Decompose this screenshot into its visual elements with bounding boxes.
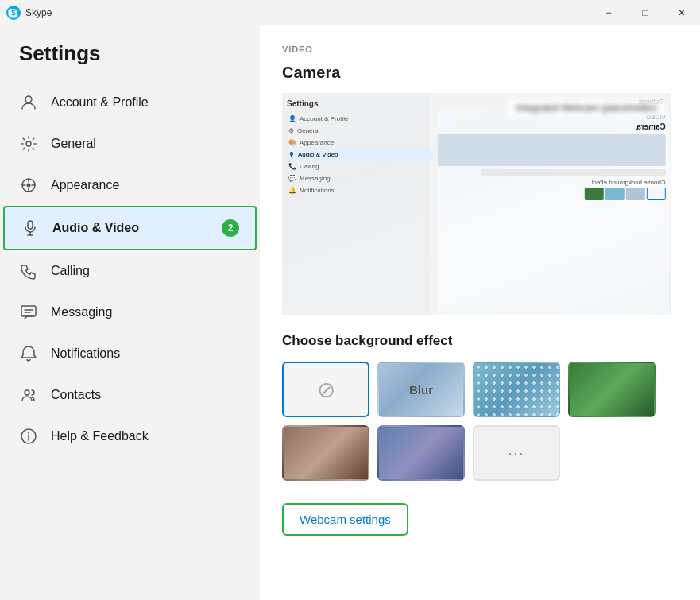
info-icon <box>19 427 38 446</box>
sidebar-item-label-notifications: Notifications <box>51 346 120 361</box>
chat-icon <box>19 303 38 322</box>
sidebar-item-help[interactable]: Help & Feedback <box>0 416 260 457</box>
effect-none[interactable]: ⊘ <box>282 362 369 417</box>
blur-label: Blur <box>409 383 433 397</box>
camera-title: Camera <box>282 64 678 82</box>
none-icon: ⊘ <box>317 377 335 403</box>
titlebar-title: Skype <box>25 7 52 18</box>
titlebar: Skype − □ ✕ <box>0 0 700 25</box>
effect-green[interactable] <box>568 362 656 417</box>
sidebar-item-label-help: Help & Feedback <box>51 429 149 443</box>
effect-pattern[interactable] <box>473 362 560 417</box>
effects-grid: ⊘ Blur ··· <box>282 362 678 481</box>
maximize-button[interactable]: □ <box>627 0 663 25</box>
camera-preview: Settings VIDEO Camera Choose background … <box>282 93 671 315</box>
effect-room1[interactable] <box>282 425 369 481</box>
svg-point-4 <box>27 184 31 188</box>
sidebar-item-general[interactable]: General <box>0 123 260 165</box>
person-icon <box>19 93 38 112</box>
mic-icon <box>21 219 40 238</box>
webcam-settings-button[interactable]: Webcam settings <box>282 503 408 536</box>
minimize-button[interactable]: − <box>590 0 627 25</box>
section-label: VIDEO <box>282 45 678 54</box>
sidebar-item-messaging[interactable]: Messaging <box>0 292 260 333</box>
sidebar-item-label-audio-video: Audio & Video <box>52 221 139 235</box>
sidebar-item-label-calling: Calling <box>51 264 90 278</box>
appearance-icon <box>19 176 38 195</box>
titlebar-controls: − □ ✕ <box>590 0 700 25</box>
contacts-icon <box>19 385 38 405</box>
sidebar-item-label-general: General <box>51 137 96 151</box>
active-badge: 2 <box>222 219 239 237</box>
close-button[interactable]: ✕ <box>663 0 700 25</box>
skype-logo-icon <box>6 6 21 20</box>
sidebar-item-appearance[interactable]: Appearance <box>0 165 260 206</box>
svg-point-11 <box>25 390 29 395</box>
sidebar-title: Settings <box>0 41 260 82</box>
camera-device-name: Integrated Webcam (placeholder) <box>508 99 665 117</box>
sidebar-item-calling[interactable]: Calling <box>0 250 260 292</box>
sidebar-item-audio-video[interactable]: Audio & Video 2 <box>3 206 257 250</box>
titlebar-left: Skype <box>6 6 52 20</box>
effect-room2[interactable] <box>377 425 465 481</box>
content-area: VIDEO Camera Settings VIDEO Camera Choos… <box>260 25 700 600</box>
sidebar-item-label-appearance: Appearance <box>51 178 119 192</box>
phone-icon <box>19 261 38 281</box>
effect-blur[interactable]: Blur <box>377 362 465 417</box>
effect-more[interactable]: ··· <box>473 425 560 481</box>
gear-icon <box>19 134 38 153</box>
svg-point-14 <box>28 432 29 434</box>
sidebar-item-contacts[interactable]: Contacts <box>0 374 260 416</box>
sidebar: Settings Account & Profile General <box>0 25 260 600</box>
sidebar-item-account[interactable]: Account & Profile <box>0 82 260 123</box>
svg-point-1 <box>25 96 32 103</box>
sidebar-item-label-account: Account & Profile <box>51 95 149 110</box>
pattern-dots <box>474 363 559 416</box>
svg-point-2 <box>26 141 31 146</box>
bell-icon <box>19 344 38 363</box>
svg-rect-5 <box>28 221 33 229</box>
sidebar-item-notifications[interactable]: Notifications <box>0 333 260 374</box>
bg-effects-title: Choose background effect <box>282 333 678 349</box>
more-dots: ··· <box>508 445 524 462</box>
main-container: Settings Account & Profile General <box>0 25 700 600</box>
sidebar-item-label-messaging: Messaging <box>51 305 112 319</box>
svg-rect-8 <box>21 306 36 316</box>
sidebar-item-label-contacts: Contacts <box>51 388 101 402</box>
